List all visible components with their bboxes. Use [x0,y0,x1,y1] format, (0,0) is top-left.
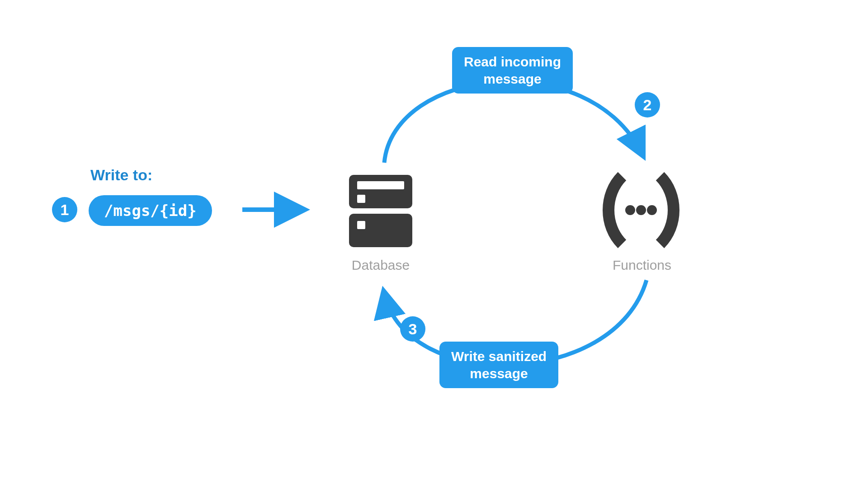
server-icon [344,172,417,249]
svg-rect-4 [349,214,412,247]
svg-point-7 [636,205,646,215]
step-badge-2: 2 [635,92,660,117]
arrow-write-to-db [242,202,319,221]
svg-point-8 [647,205,657,215]
arc-bottom [344,253,678,425]
step-badge-3: 3 [400,316,425,342]
write-sanitized-label: Write sanitized message [439,342,558,388]
arc-top [344,18,678,181]
read-incoming-label: Read incoming message [452,47,573,94]
svg-rect-2 [357,181,404,189]
path-pill: /msgs/{id} [89,195,212,226]
step-number: 1 [61,202,69,217]
step-badge-1: 1 [52,197,77,222]
step-number: 2 [643,97,652,113]
brackets-ellipsis-icon [596,172,686,249]
svg-rect-5 [357,221,365,229]
write-to-heading: Write to: [90,166,152,184]
svg-rect-3 [357,195,365,203]
step-number: 3 [409,321,417,337]
svg-point-6 [625,205,635,215]
